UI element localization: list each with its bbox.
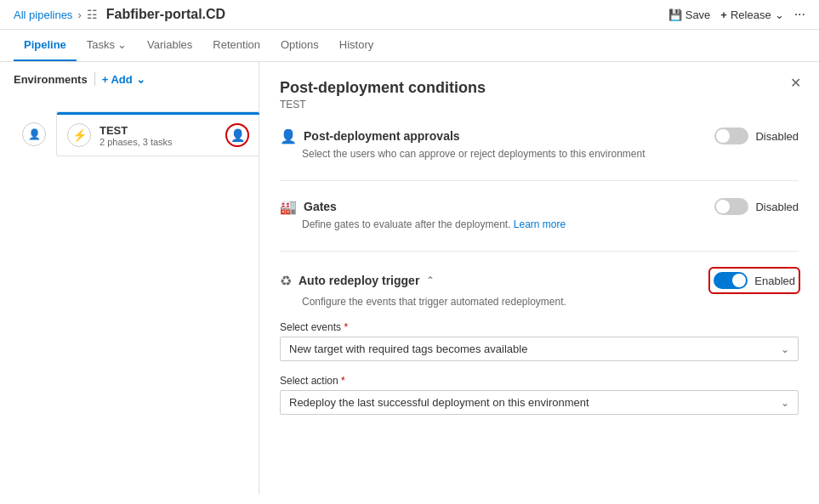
header-divider	[94, 72, 95, 86]
save-icon: 💾	[668, 8, 682, 21]
breadcrumb: All pipelines › ☷ Fabfiber-portal.CD	[14, 7, 668, 22]
select-events-group: Select events * New target with required…	[280, 321, 799, 361]
auto-redeploy-toggle-wrapper: Enabled	[710, 269, 799, 292]
main-content: Environments + Add ⌄ 👤 ⚡ TEST	[0, 62, 819, 495]
save-button[interactable]: 💾 Save	[668, 8, 711, 21]
gates-desc-text: Define gates to evaluate after the deplo…	[302, 218, 511, 230]
ellipsis-icon: ···	[794, 7, 805, 21]
auto-redeploy-title: Auto redeploy trigger	[299, 274, 419, 287]
select-action-group: Select action * Redeploy the last succes…	[280, 375, 799, 415]
breadcrumb-separator: ›	[77, 8, 81, 21]
required-indicator: *	[344, 321, 348, 333]
tab-retention[interactable]: Retention	[202, 30, 270, 61]
card-body: ⚡ TEST 2 phases, 3 tasks 👤	[57, 115, 259, 156]
dropdown-chevron-icon-2: ⌄	[781, 397, 789, 409]
gates-learn-more-link[interactable]: Learn more	[514, 218, 566, 230]
pipeline-name: Fabfiber-portal.CD	[106, 7, 225, 22]
panel-subtitle: TEST	[280, 99, 799, 110]
tab-tasks[interactable]: Tasks ⌄	[77, 30, 137, 61]
pipeline-type-icon: ☷	[87, 8, 98, 21]
auto-redeploy-toggle[interactable]	[714, 272, 748, 289]
close-button[interactable]: ✕	[785, 72, 805, 93]
more-options-button[interactable]: ···	[794, 7, 805, 22]
tasks-chevron-icon: ⌄	[117, 38, 127, 51]
auto-redeploy-icon: ♻	[280, 273, 292, 289]
gates-section: 🏭 Gates Disabled Define gates to evaluat…	[280, 198, 799, 230]
environment-left-icon: 👤	[22, 122, 46, 146]
approvals-toggle[interactable]	[714, 127, 748, 144]
select-events-value: New target with required tags becomes av…	[289, 343, 527, 355]
approvals-title: Post-deployment approvals	[304, 129, 460, 143]
release-chevron-icon: ⌄	[775, 8, 784, 21]
release-button[interactable]: + Release ⌄	[720, 8, 783, 21]
select-events-label: Select events *	[280, 321, 799, 333]
collapse-icon[interactable]: ⌃	[426, 275, 435, 286]
environments-header: Environments + Add ⌄	[14, 72, 245, 86]
auto-redeploy-desc: Configure the events that trigger automa…	[302, 296, 799, 308]
gates-header: 🏭 Gates Disabled	[280, 198, 799, 215]
toggle-knob	[732, 274, 746, 287]
auto-redeploy-section: ♻ Auto redeploy trigger ⌃ Enabled Config…	[280, 269, 799, 415]
add-chevron-icon: ⌄	[136, 73, 145, 86]
gates-icon: 🏭	[280, 199, 297, 215]
gates-toggle-label: Disabled	[755, 201, 799, 213]
toggle-knob	[716, 129, 730, 143]
gates-title-row: 🏭 Gates	[280, 199, 337, 215]
tab-history[interactable]: History	[329, 30, 384, 61]
navigation-tabs: Pipeline Tasks ⌄ Variables Retention Opt…	[0, 30, 819, 62]
person-circle-icon: 👤	[230, 128, 245, 142]
card-left-icon: ⚡	[67, 123, 91, 147]
breadcrumb-link[interactable]: All pipelines	[14, 8, 72, 21]
tab-pipeline[interactable]: Pipeline	[14, 30, 77, 61]
gates-toggle[interactable]	[714, 198, 748, 215]
add-environment-button[interactable]: + Add ⌄	[102, 73, 145, 86]
release-label: Release	[731, 8, 771, 21]
environments-label: Environments	[14, 73, 88, 86]
gates-title: Gates	[304, 200, 337, 213]
env-sub: 2 phases, 3 tasks	[100, 137, 217, 147]
section-divider-1	[280, 180, 799, 181]
gates-desc: Define gates to evaluate after the deplo…	[302, 218, 799, 230]
required-indicator-2: *	[341, 375, 345, 387]
approvals-toggle-group: Disabled	[714, 127, 799, 144]
toggle-knob	[716, 200, 730, 213]
env-name: TEST	[100, 124, 217, 137]
approvals-title-row: 👤 Post-deployment approvals	[280, 128, 460, 144]
select-action-value: Redeploy the last successful deployment …	[289, 396, 589, 409]
environment-card-container: 👤 ⚡ TEST 2 phases, 3 tasks 👤	[39, 111, 245, 156]
tab-options[interactable]: Options	[270, 30, 329, 61]
plus-icon: +	[720, 8, 727, 21]
add-label: + Add	[102, 73, 133, 86]
auto-redeploy-title-row: ♻ Auto redeploy trigger ⌃	[280, 273, 435, 289]
person-icon: 👤	[28, 128, 41, 140]
select-events-dropdown[interactable]: New target with required tags becomes av…	[280, 337, 799, 361]
right-panel: ✕ Post-deployment conditions TEST 👤 Post…	[259, 62, 819, 495]
panel-title: Post-deployment conditions	[280, 79, 799, 97]
select-action-label: Select action *	[280, 375, 799, 387]
page-header: All pipelines › ☷ Fabfiber-portal.CD 💾 S…	[0, 0, 819, 30]
dropdown-chevron-icon: ⌄	[781, 343, 789, 355]
auto-redeploy-toggle-label: Enabled	[754, 275, 795, 287]
environment-card[interactable]: ⚡ TEST 2 phases, 3 tasks 👤	[56, 111, 260, 156]
card-info: TEST 2 phases, 3 tasks	[100, 124, 217, 147]
header-actions: 💾 Save + Release ⌄ ···	[668, 7, 805, 22]
auto-redeploy-header: ♻ Auto redeploy trigger ⌃ Enabled	[280, 269, 799, 292]
select-action-dropdown[interactable]: Redeploy the last successful deployment …	[280, 390, 799, 415]
post-deployment-button[interactable]: 👤	[225, 123, 249, 147]
approvals-desc: Select the users who can approve or reje…	[302, 148, 799, 160]
approvals-header: 👤 Post-deployment approvals Disabled	[280, 127, 799, 144]
left-panel: Environments + Add ⌄ 👤 ⚡ TEST	[0, 62, 259, 495]
save-label: Save	[685, 8, 711, 21]
gates-toggle-group: Disabled	[714, 198, 799, 215]
approvals-toggle-label: Disabled	[755, 130, 799, 143]
lightning-icon: ⚡	[72, 128, 87, 142]
section-divider-2	[280, 251, 799, 252]
tab-variables[interactable]: Variables	[137, 30, 202, 61]
approvals-icon: 👤	[280, 128, 297, 144]
approvals-section: 👤 Post-deployment approvals Disabled Sel…	[280, 127, 799, 160]
